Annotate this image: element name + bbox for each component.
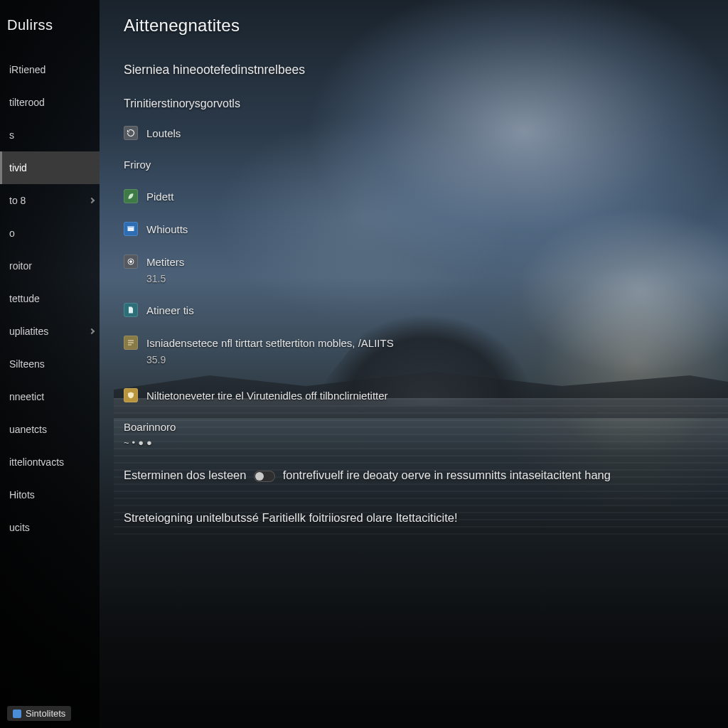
- chevron-right-icon: [89, 328, 95, 334]
- sidebar-item-2[interactable]: s: [0, 119, 100, 151]
- page-title: Aittenegnatites: [124, 16, 710, 36]
- sidebar-item-4[interactable]: to 8: [0, 184, 100, 217]
- sidebar-item-label: to 8: [9, 195, 26, 206]
- spark-dots-icon: ~•●●: [124, 437, 155, 448]
- sidebar-item-label: Silteens: [9, 358, 45, 370]
- shield-icon: [124, 388, 138, 402]
- list-icon: [124, 336, 138, 350]
- sidebar: Dulirss iRtiened tilterood s tivid to 8 …: [0, 0, 100, 728]
- row-label: Niltietoneveter tire el Virutenidles off…: [146, 390, 388, 402]
- row-piedt[interactable]: Pidett: [124, 189, 710, 203]
- sidebar-item-label: nneetict: [9, 391, 44, 402]
- body-line-1b: fontrefivuelf ire deoaty oerve in ressum…: [283, 469, 611, 481]
- row-amerts[interactable]: Atineer tis: [124, 303, 710, 317]
- target-icon: [124, 255, 138, 269]
- window-icon: [124, 222, 138, 236]
- refresh-icon: [124, 126, 138, 140]
- sidebar-item-label: tettude: [9, 293, 40, 304]
- row-milieter[interactable]: Niltietoneveter tire el Virutenidles off…: [124, 388, 710, 402]
- row-value: 31.5: [146, 273, 166, 284]
- sidebar-item-3[interactable]: tivid: [0, 151, 100, 184]
- svg-point-3: [130, 261, 132, 263]
- sidebar-title: Dulirss: [0, 14, 100, 53]
- sidebar-item-0[interactable]: iRtiened: [0, 53, 100, 86]
- body-line-1: Esterminen dos lesteen fontrefivuelf ire…: [124, 466, 710, 485]
- main-pane: Aittenegnatites Sierniea hineootefedinst…: [105, 0, 728, 728]
- sidebar-item-label: o: [9, 228, 15, 239]
- row-merters[interactable]: Metiters: [124, 255, 710, 269]
- row-label: Loutels: [146, 127, 181, 139]
- sidebar-item-label: ucits: [9, 522, 30, 533]
- sidebar-item-6[interactable]: roitor: [0, 250, 100, 282]
- row-refresh[interactable]: Loutels: [124, 126, 710, 140]
- sidebar-item-12[interactable]: itteliontvacts: [0, 446, 100, 478]
- leaf-icon: [124, 189, 138, 203]
- section-heading: Sierniea hineootefedinstnrelbees: [124, 63, 710, 77]
- sidebar-item-14[interactable]: ucits: [0, 511, 100, 544]
- row-label: Pidett: [146, 191, 173, 203]
- row-value: 35.9: [146, 354, 166, 365]
- row-label: Boarinnoro: [124, 421, 176, 433]
- sidebar-item-11[interactable]: uanetcts: [0, 413, 100, 446]
- row-frinoy[interactable]: Friroy: [124, 159, 710, 171]
- svg-rect-1: [128, 226, 134, 228]
- sidebar-item-9[interactable]: Silteens: [0, 348, 100, 380]
- sidebar-item-10[interactable]: nneetict: [0, 380, 100, 413]
- row-label: Isniadensetece nfl tirttart setltertiton…: [146, 337, 394, 349]
- sidebar-item-label: s: [9, 129, 14, 141]
- row-windows[interactable]: Whioutts: [124, 222, 710, 236]
- row-merters-value: 31.5: [124, 273, 710, 284]
- sidebar-item-label: uanetcts: [9, 424, 47, 435]
- sidebar-item-label: iRtiened: [9, 64, 46, 75]
- sidebar-item-5[interactable]: o: [0, 217, 100, 250]
- subsection-heading: Trinitierstinorysgorvotls: [124, 97, 710, 110]
- row-label: Whioutts: [146, 223, 188, 235]
- sidebar-item-label: Hitots: [9, 489, 35, 500]
- file-icon: [124, 303, 138, 317]
- sidebar-bottom: Sintolitets: [0, 699, 100, 728]
- sidebar-bottom-label: Sintolitets: [26, 708, 65, 719]
- inline-toggle[interactable]: [254, 471, 275, 482]
- sidebar-item-8[interactable]: upliatites: [0, 315, 100, 348]
- sidebar-item-7[interactable]: tettude: [0, 282, 100, 315]
- row-label: Atineer tis: [146, 304, 194, 316]
- app-tile-icon: [13, 710, 21, 718]
- sidebar-item-13[interactable]: Hitots: [0, 478, 100, 511]
- row-label: Metiters: [146, 256, 184, 268]
- body-line-1a: Esterminen dos lesteen: [124, 469, 246, 481]
- sidebar-item-1[interactable]: tilterood: [0, 86, 100, 119]
- sidebar-bottom-chip[interactable]: Sintolitets: [7, 706, 71, 721]
- chevron-right-icon: [89, 198, 95, 203]
- row-long-modes-value: 35.9: [124, 354, 710, 365]
- sidebar-item-label: itteliontvacts: [9, 456, 64, 468]
- row-long-modes[interactable]: Isniadensetece nfl tirttart setltertiton…: [124, 336, 710, 350]
- row-borrirard[interactable]: Boarinnoro: [124, 421, 710, 433]
- row-spark: ~•●●: [124, 437, 710, 448]
- sidebar-item-label: roitor: [9, 260, 32, 272]
- row-label: Friroy: [124, 159, 151, 171]
- sidebar-item-label: tivid: [9, 162, 27, 173]
- bottom-line: Streteiogning unitelbutssé Faritiellk fo…: [124, 509, 710, 528]
- sidebar-item-label: tilterood: [9, 97, 45, 108]
- sidebar-item-label: upliatites: [9, 326, 48, 337]
